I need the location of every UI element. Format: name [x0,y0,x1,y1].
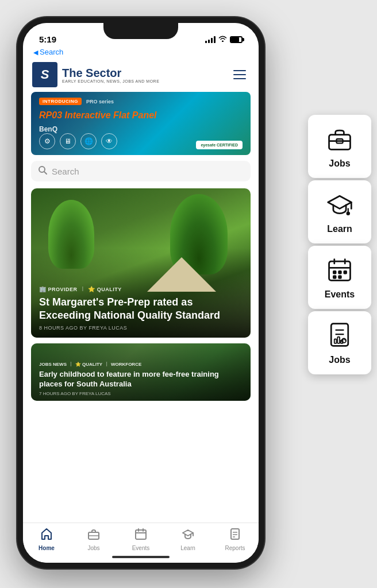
float-btn-events-icon [325,255,355,285]
logo-text: The Sector EARLY EDUCATION, NEWS, JOBS A… [62,67,159,83]
float-btn-events-label: Events [325,289,355,300]
phone-notch [103,23,178,39]
nav-item-jobs[interactable]: Jobs [70,528,117,551]
home-icon [40,528,53,543]
search-bar[interactable]: Search [31,161,251,181]
svg-rect-4 [136,530,146,539]
scene: 5:19 [0,0,377,588]
app-header: S The Sector EARLY EDUCATION, NEWS, JOBS… [23,60,259,92]
float-btn-learn-icon [325,189,355,219]
float-btn-learn[interactable]: Learn [308,180,371,243]
news-card-overlay: 🏢 PROVIDER I ⭐ QUALITY St Margaret's Pre… [31,279,251,338]
floating-buttons: Jobs Learn [308,115,371,374]
app-title: The Sector [62,67,159,79]
nav-label-learn: Learn [180,545,195,551]
nav-item-learn[interactable]: Learn [164,528,211,551]
svg-rect-32 [337,337,340,343]
float-btn-jobs[interactable]: Jobs [308,115,371,178]
svg-line-1 [44,172,47,174]
news-tags: 🏢 PROVIDER I ⭐ QUALITY [39,286,243,292]
tag-quality: ⭐ QUALITY [88,286,122,292]
svg-rect-24 [338,271,341,274]
banner-ad[interactable]: INTRODUCING PRO series RP03 Interactive … [31,92,251,155]
banner-content: INTRODUCING PRO series RP03 Interactive … [31,92,251,155]
svg-point-18 [347,212,349,215]
signal-bars-icon [205,36,216,43]
status-icons [205,35,243,44]
banner-badge: INTRODUCING [39,98,82,105]
float-btn-reports[interactable]: Jobs [308,311,371,374]
secondary-meta: 7 HOURS AGO BY FREYA LUCAS [39,391,243,396]
nav-label-events: Events [132,545,150,551]
secondary-title: Early childhood to feature in more fee-f… [39,370,243,389]
svg-rect-23 [333,271,336,274]
float-btn-jobs-label: Jobs [329,158,350,169]
tag-provider: 🏢 PROVIDER [39,286,78,292]
banner-partner: eyesafe CERTIFIED [201,143,238,147]
star-icon: ⭐ [88,286,95,292]
svg-rect-9 [231,529,239,539]
float-btn-reports-icon [325,320,355,350]
news-card-secondary[interactable]: JOBS NEWS I ⭐ QUALITY I WORKFORCE Early … [31,343,251,401]
svg-rect-25 [344,271,347,274]
banner-series: PRO series [86,99,114,105]
phone-frame: 5:19 [17,17,264,568]
banner-description: Interactive Flat Panel [64,110,156,120]
svg-rect-31 [334,339,337,343]
svg-rect-26 [333,276,336,278]
building-icon: 🏢 [39,286,47,292]
search-icon [38,165,47,177]
float-btn-learn-label: Learn [327,224,352,234]
banner-icon-settings: ⚙ [39,133,55,149]
hamburger-line-1 [233,70,246,71]
phone-screen: 5:19 [23,23,259,563]
wifi-icon [218,35,227,44]
nav-item-reports[interactable]: Reports [211,528,259,551]
news-title-main: St Margaret's Pre-Prep rated as Exceedin… [39,296,243,322]
secondary-sep-1: I [70,361,72,368]
status-time: 5:19 [39,34,56,44]
news-meta-main: 8 HOURS AGO BY FREYA LUCAS [39,325,243,331]
banner-icons: ⚙ 🖥 🌐 👁 [39,133,117,149]
banner-icon-eye: 👁 [101,133,117,149]
hamburger-button[interactable] [230,67,249,83]
tag-separator: I [82,286,84,292]
svg-rect-27 [338,276,341,278]
banner-brand: BenQ [39,125,117,133]
float-btn-events[interactable]: Events [308,246,371,309]
back-nav[interactable]: Search [23,47,259,60]
home-indicator [112,556,170,558]
content-scroll[interactable]: 🏢 PROVIDER I ⭐ QUALITY St Margaret's Pre… [23,188,259,523]
secondary-sep-2: I [106,361,107,368]
star-icon-small: ⭐ [75,362,81,367]
secondary-tags: JOBS NEWS I ⭐ QUALITY I WORKFORCE [39,361,243,368]
secondary-tag-2: ⭐ QUALITY [75,362,102,367]
banner-title: RP03 Interactive Flat Panel [39,110,243,121]
secondary-tag-1: JOBS NEWS [39,362,67,367]
hamburger-line-2 [233,74,246,75]
float-btn-reports-label: Jobs [329,355,350,365]
float-btn-jobs-icon [325,124,355,154]
battery-icon [230,36,243,43]
tree-decoration-1 [48,200,94,269]
logo-box: S [32,62,57,87]
calendar-icon-nav [134,528,147,543]
banner-model: RP03 [39,110,62,120]
svg-rect-13 [329,135,351,150]
secondary-overlay: JOBS NEWS I ⭐ QUALITY I WORKFORCE Early … [31,357,251,401]
briefcase-icon-nav [87,528,100,543]
logo-area: S The Sector EARLY EDUCATION, NEWS, JOBS… [32,62,159,87]
secondary-tag-3: WORKFORCE [111,362,141,367]
search-input[interactable]: Search [52,167,244,176]
nav-item-home[interactable]: Home [23,528,70,551]
nav-item-events[interactable]: Events [117,528,164,551]
graduation-icon-nav [182,528,194,543]
nav-label-reports: Reports [225,545,245,551]
nav-label-home: Home [39,545,55,551]
news-card-main[interactable]: 🏢 PROVIDER I ⭐ QUALITY St Margaret's Pre… [31,188,251,338]
reports-icon-nav [229,528,241,543]
nav-label-jobs: Jobs [87,545,99,551]
hamburger-line-3 [233,78,246,79]
app-subtitle: EARLY EDUCATION, NEWS, JOBS AND MORE [62,79,159,83]
banner-icon-screen: 🖥 [60,133,76,149]
